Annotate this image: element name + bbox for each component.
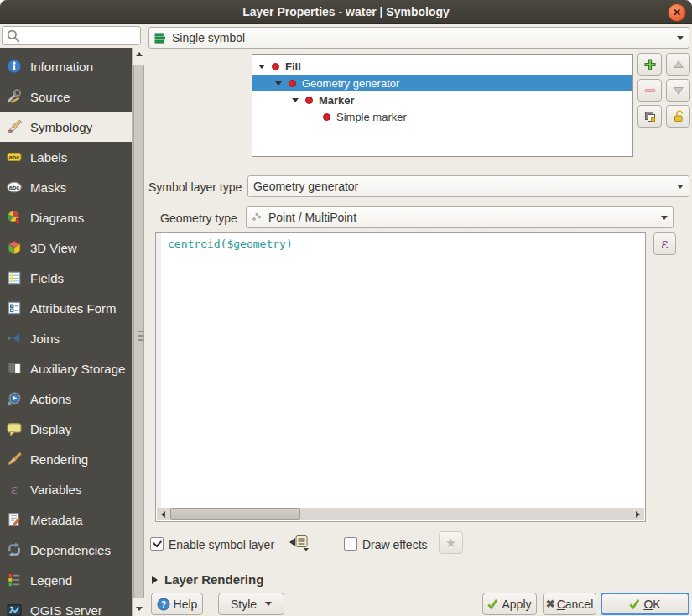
- actions-icon: [7, 391, 22, 406]
- minus-icon: [643, 84, 657, 97]
- expression-editor[interactable]: centroid($geometry): [155, 232, 646, 522]
- enable-symbol-layer-checkbox[interactable]: [150, 537, 164, 551]
- sidebar-item-symbology[interactable]: Symbology: [0, 112, 132, 142]
- sidebar-item-dependencies[interactable]: Dependencies: [0, 535, 132, 565]
- close-icon[interactable]: ✕: [668, 3, 686, 22]
- symbol-layer-type-label: Symbol layer type: [148, 180, 242, 194]
- sidebar-item-source[interactable]: Source: [0, 81, 132, 112]
- sidebar-item-label: Variables: [30, 483, 81, 497]
- search-icon: [6, 29, 21, 44]
- scroll-down-icon[interactable]: [135, 607, 143, 611]
- expression-code[interactable]: centroid($geometry): [168, 238, 293, 250]
- duplicate-icon: [643, 110, 657, 123]
- expand-icon[interactable]: [258, 65, 265, 69]
- chevron-down-icon: [265, 602, 272, 606]
- tree-row-simple-marker[interactable]: Simple marker: [252, 108, 632, 125]
- sidebar-item-legend[interactable]: Legend: [0, 565, 132, 595]
- sidebar-item-label: QGIS Server: [30, 603, 102, 616]
- sidebar-item-actions[interactable]: Actions: [0, 384, 132, 414]
- sidebar-item-masks[interactable]: abc Masks: [0, 172, 132, 202]
- scrollbar-grip: [138, 331, 143, 342]
- sidebar-item-3d-view[interactable]: 3D View: [0, 232, 132, 263]
- 3d-view-icon: [7, 240, 22, 255]
- draw-effects-checkbox[interactable]: [344, 537, 357, 551]
- style-button[interactable]: Style: [218, 593, 284, 615]
- variables-icon: ε: [7, 482, 22, 497]
- duplicate-symbol-layer-button[interactable]: [637, 105, 662, 128]
- sidebar-item-variables[interactable]: ε Variables: [0, 474, 132, 504]
- single-symbol-icon: [154, 32, 167, 44]
- apply-button[interactable]: Apply: [482, 593, 537, 615]
- source-icon: [7, 89, 22, 104]
- scroll-left-icon[interactable]: [157, 508, 169, 520]
- display-icon: [7, 421, 22, 436]
- arrow-up-icon: [673, 59, 684, 70]
- tree-row-fill[interactable]: Fill: [252, 58, 632, 75]
- sidebar-item-labels[interactable]: abc Labels: [0, 142, 132, 172]
- chevron-down-icon: [677, 185, 684, 189]
- sidebar-item-rendering[interactable]: Rendering: [0, 444, 132, 474]
- joins-icon: [7, 331, 22, 346]
- move-up-button[interactable]: [666, 53, 690, 76]
- legend-icon: [7, 572, 22, 587]
- scroll-right-icon[interactable]: [632, 508, 644, 520]
- layer-rendering-expander[interactable]: Layer Rendering: [152, 572, 263, 587]
- renderer-value: Single symbol: [172, 31, 245, 44]
- labels-icon: abc: [7, 149, 22, 164]
- expression-builder-button[interactable]: ε: [653, 232, 676, 255]
- sidebar-item-label: Masks: [30, 180, 66, 195]
- expand-icon[interactable]: [292, 98, 299, 102]
- sidebar-item-label: Fields: [30, 271, 64, 285]
- symbol-layer-type-value: Geometry generator: [253, 180, 358, 193]
- sidebar-item-information[interactable]: Information: [0, 51, 132, 81]
- cancel-button[interactable]: ✖ Cancel: [543, 593, 596, 615]
- point-geometry-icon: [252, 211, 263, 223]
- titlebar: Layer Properties - water | Symbology ✕: [0, 0, 692, 24]
- sidebar-item-metadata[interactable]: Metadata: [0, 504, 132, 535]
- dependencies-icon: [7, 542, 22, 557]
- sidebar-scrollbar-thumb[interactable]: [133, 65, 144, 598]
- qgis-server-icon: [7, 603, 22, 616]
- help-button[interactable]: ? Help: [151, 593, 203, 615]
- sidebar-scrollbar[interactable]: [132, 48, 145, 616]
- tree-row-geometry-generator[interactable]: Geometry generator: [252, 75, 632, 91]
- plus-icon: [643, 58, 657, 71]
- editor-horizontal-scrollbar[interactable]: [157, 508, 644, 520]
- geometry-type-combo[interactable]: Point / MultiPoint: [246, 206, 674, 228]
- sidebar-item-label: Attributes Form: [30, 301, 117, 316]
- remove-symbol-layer-button[interactable]: [637, 79, 662, 102]
- svg-text:abc: abc: [9, 184, 20, 191]
- lock-colors-button[interactable]: [666, 105, 690, 128]
- scroll-up-icon[interactable]: [135, 52, 143, 56]
- fields-icon: [7, 270, 22, 285]
- expand-icon[interactable]: [275, 81, 282, 86]
- sidebar-item-fields[interactable]: Fields: [0, 263, 132, 293]
- customize-effects-button[interactable]: ★: [439, 531, 463, 554]
- sidebar-item-diagrams[interactable]: Diagrams: [0, 202, 132, 232]
- chevron-down-icon: [677, 36, 684, 40]
- search-box[interactable]: [2, 26, 141, 45]
- data-defined-override-icon[interactable]: [289, 535, 310, 551]
- symbol-layer-tree[interactable]: Fill Geometry generator Marker Simple ma…: [252, 54, 633, 157]
- sidebar-item-label: Symbology: [30, 120, 92, 134]
- renderer-combo[interactable]: Single symbol: [148, 27, 689, 49]
- draw-effects-label: Draw effects: [362, 538, 428, 551]
- editor-scrollbar-thumb[interactable]: [170, 508, 300, 520]
- sidebar-item-attributes-form[interactable]: Attributes Form: [0, 293, 132, 323]
- move-down-button[interactable]: [666, 79, 690, 102]
- sidebar-item-display[interactable]: Display: [0, 414, 132, 444]
- geometry-type-label: Geometry type: [160, 211, 237, 225]
- sidebar-item-qgis-server[interactable]: QGIS Server: [0, 595, 132, 616]
- symbol-layer-type-combo[interactable]: Geometry generator: [247, 175, 689, 197]
- layer-properties-dialog: Layer Properties - water | Symbology ✕ I…: [0, 0, 692, 616]
- expander-right-icon: [152, 576, 158, 584]
- metadata-icon: [7, 512, 22, 527]
- search-input[interactable]: [21, 29, 133, 43]
- sidebar-item-label: Rendering: [30, 452, 88, 467]
- sidebar-item-auxiliary-storage[interactable]: Auxiliary Storage: [0, 353, 132, 384]
- tree-row-marker[interactable]: Marker: [252, 91, 632, 108]
- symbol-dot-icon: [305, 97, 313, 104]
- ok-button[interactable]: OK: [601, 593, 689, 615]
- sidebar-item-joins[interactable]: Joins: [0, 323, 132, 353]
- add-symbol-layer-button[interactable]: [637, 53, 662, 76]
